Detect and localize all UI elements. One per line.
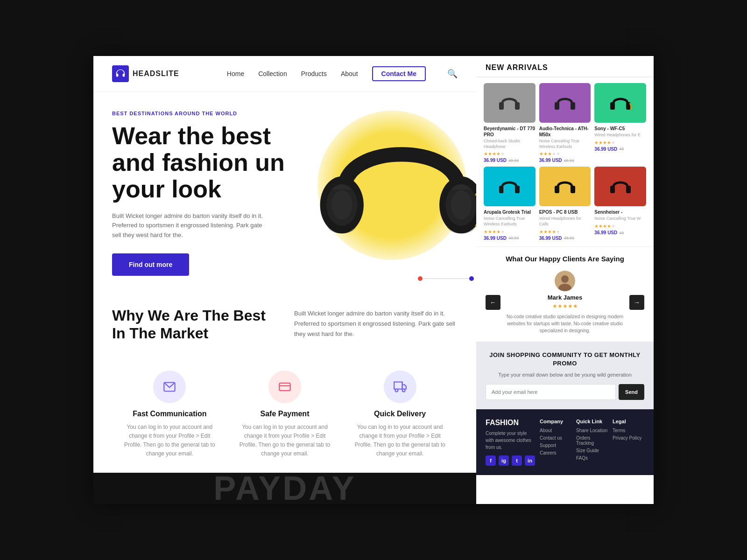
product-sub: Noise Canceling True Wireless Earbuds xyxy=(539,139,591,149)
svg-point-8 xyxy=(469,276,474,281)
footer-link-support[interactable]: Support xyxy=(540,443,571,448)
footer-brand: FASHION Complete your style with awesome… xyxy=(486,419,535,466)
product-stars: ★★★★★ xyxy=(594,224,646,229)
footer-link-share[interactable]: Share Location xyxy=(576,428,608,433)
svg-rect-17 xyxy=(555,102,559,110)
svg-rect-26 xyxy=(610,186,615,193)
promo-form: Send xyxy=(486,384,644,400)
footer-link-about[interactable]: About xyxy=(540,428,571,433)
headphone-mini-icon xyxy=(551,89,579,117)
nav-home[interactable]: Home xyxy=(227,70,244,77)
feature-delivery: Quick Delivery You can log in to your ac… xyxy=(342,366,458,463)
nav-about[interactable]: About xyxy=(341,70,358,77)
svg-point-7 xyxy=(418,276,423,281)
testimonial-section: What Our Happy Clients Are Saying ← Mark… xyxy=(476,246,654,342)
twitter-icon[interactable]: t xyxy=(512,455,522,466)
svg-rect-19 xyxy=(610,102,615,110)
reviewer-stars: ★★★★★ xyxy=(505,303,625,309)
find-out-more-button[interactable]: Find out more xyxy=(112,253,189,276)
price-row: 36.99 USD 48 xyxy=(594,147,646,152)
hero-title: Wear the best and fashion un your look xyxy=(112,123,308,203)
product-stars: ★★★★★ xyxy=(484,229,536,234)
payday-text: PAYDAY xyxy=(213,473,356,504)
svg-rect-12 xyxy=(394,382,402,389)
price-current: 36.99 USD xyxy=(594,230,617,235)
feature-delivery-desc: You can log in to your account and chang… xyxy=(352,423,448,459)
footer-link-orders[interactable]: Orders Tracking xyxy=(576,435,608,446)
hero-image xyxy=(299,101,476,288)
facebook-icon[interactable]: f xyxy=(486,455,496,466)
linkedin-icon[interactable]: in xyxy=(525,455,535,466)
headphone-mini-icon xyxy=(495,173,523,201)
price-old: 48 xyxy=(619,231,624,235)
product-image xyxy=(594,83,646,123)
right-panel: NEW ARRIVALS Beyerdynamic - DT 770 PRO C… xyxy=(476,56,654,504)
svg-rect-25 xyxy=(571,186,575,193)
promo-desc: Type your email down below and be young … xyxy=(486,372,644,378)
footer-link-terms[interactable]: Terms xyxy=(613,428,644,433)
price-current: 36.99 USD xyxy=(484,158,507,163)
product-card[interactable]: Sennheiser - Noise Cancelling True W ★★★… xyxy=(594,167,646,240)
contact-me-button[interactable]: Contact Me xyxy=(372,66,426,81)
testimonial-prev-button[interactable]: ← xyxy=(486,295,500,310)
search-icon[interactable]: 🔍 xyxy=(447,69,458,79)
product-name: Audio-Technica - ATH-M50x xyxy=(539,126,591,138)
feature-communication: Fast Communication You can log in to you… xyxy=(112,366,227,463)
footer-tagline: Complete your style with awesome clothes… xyxy=(486,430,535,451)
footer-col-quicklink-title: Quick Link xyxy=(576,419,608,424)
product-card[interactable]: Arupala Grotesk Trial Noise Cancelling T… xyxy=(484,167,536,240)
feature-communication-title: Fast Communication xyxy=(121,410,218,418)
reviewer-avatar xyxy=(555,271,575,291)
svg-rect-27 xyxy=(626,186,631,193)
card-icon xyxy=(278,380,291,393)
send-button[interactable]: Send xyxy=(619,384,644,400)
left-panel: HEADSLITE Home Collection Products About… xyxy=(93,56,476,504)
price-current: 36.99 USD xyxy=(539,158,562,163)
svg-point-29 xyxy=(561,275,569,283)
nav-products[interactable]: Products xyxy=(301,70,327,77)
payday-section: PAYDAY xyxy=(93,473,476,504)
footer-logo: FASHION xyxy=(486,419,535,427)
headphone-mini-icon xyxy=(495,89,523,117)
card-icon-circle xyxy=(268,371,301,403)
product-card[interactable]: EPOS - PC 8 USB Wired Headphones for Cal… xyxy=(539,167,591,240)
why-title: Why We Are The Best In The Market xyxy=(112,307,275,343)
feature-communication-desc: You can log in to your account and chang… xyxy=(121,423,218,459)
products-grid: Beyerdynamic - DT 770 PRO Closed-back St… xyxy=(476,77,654,246)
feature-payment: Safe Payment You can log in to your acco… xyxy=(227,366,343,463)
svg-rect-15 xyxy=(499,102,504,110)
price-current: 36.99 USD xyxy=(539,236,562,241)
truck-icon-circle xyxy=(384,371,416,403)
hero-decorative-dots xyxy=(416,241,476,288)
mail-icon xyxy=(163,380,176,393)
product-image xyxy=(484,167,536,206)
footer-link-size[interactable]: Size Guide xyxy=(576,448,608,453)
headphone-mini-icon xyxy=(606,173,634,201)
footer-link-contact[interactable]: Contact us xyxy=(540,435,571,441)
product-sub: Noise Cancelling True W xyxy=(594,216,646,222)
product-name: Sennheiser - xyxy=(594,209,646,215)
product-card[interactable]: Sony - WF-C5 Wired Headphones for E ★★★★… xyxy=(594,83,646,163)
svg-rect-18 xyxy=(571,102,575,110)
footer-link-careers[interactable]: Careers xyxy=(540,450,571,455)
headphone-mini-icon xyxy=(606,89,634,117)
logo-area: HEADSLITE xyxy=(112,65,179,82)
mail-icon-circle xyxy=(153,371,186,403)
email-input[interactable] xyxy=(486,384,616,400)
price-row: 36.99 USD 48 xyxy=(594,230,646,235)
reviewer-name: Mark James xyxy=(505,294,625,301)
product-card[interactable]: Beyerdynamic - DT 770 PRO Closed-back St… xyxy=(484,83,536,163)
promo-title: JOIN SHOPPING COMMUNITY TO GET MONTHLY P… xyxy=(486,351,644,368)
footer-link-privacy[interactable]: Privacy Policy xyxy=(613,435,644,441)
nav-collection[interactable]: Collection xyxy=(258,70,287,77)
instagram-icon[interactable]: ig xyxy=(499,455,509,466)
footer-link-faqs[interactable]: FAQs xyxy=(576,455,608,461)
feature-payment-desc: You can log in to your account and chang… xyxy=(237,423,333,459)
price-old: 48.56 xyxy=(508,158,519,163)
testimonial-next-button[interactable]: → xyxy=(629,295,644,310)
product-card[interactable]: Audio-Technica - ATH-M50x Noise Cancelin… xyxy=(539,83,591,163)
reviewer-text: No-code creative studio specialized in d… xyxy=(505,313,625,334)
product-name: Arupala Grotesk Trial xyxy=(484,209,536,215)
nav-links: Home Collection Products About Contact M… xyxy=(227,66,458,81)
logo-text: HEADSLITE xyxy=(133,70,179,78)
